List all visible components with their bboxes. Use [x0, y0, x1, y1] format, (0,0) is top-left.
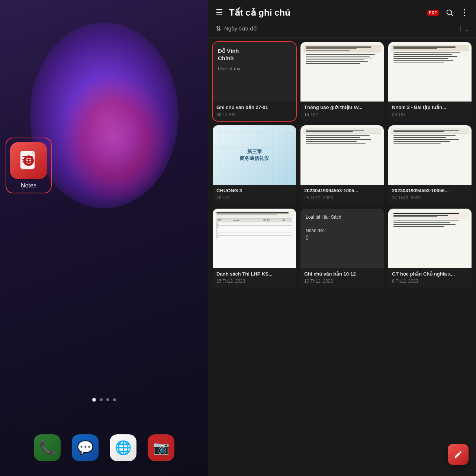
notes-header: ☰ Tất cả ghi chú PDF ⋮: [208, 0, 476, 22]
note-4-name: CHUONG 3: [216, 188, 292, 194]
note-5-thumbnail: [300, 125, 384, 185]
note-1-thumb-title: Đỗ VĩnhChính: [218, 47, 239, 62]
svg-point-5: [26, 160, 28, 161]
page-dots: [0, 398, 208, 402]
svg-point-4: [23, 155, 34, 166]
header-actions: PDF ⋮: [427, 8, 469, 17]
note-6-name: 20230419094553-10056...: [392, 188, 468, 194]
note-card-8[interactable]: Loại tài liệu: Sách Nhan đề: : () Ghi ch…: [300, 209, 384, 287]
note-9-name: GT học phần Chủ nghĩa x...: [392, 271, 468, 277]
note-8-info: Ghi chú văn bản 10-12 10 Th12, 2023: [300, 268, 384, 287]
notes-app-icon-container[interactable]: Notes: [6, 138, 52, 193]
note-9-thumbnail: [388, 209, 472, 268]
dock: 📞 💬 🌐 📷: [0, 434, 208, 461]
notes-grid: Đỗ VĩnhChính One of my Ghi chú văn bản 2…: [208, 38, 476, 476]
note-5-date: 25 Th12, 2023: [304, 195, 380, 200]
notes-title: Tất cả ghi chú: [229, 7, 427, 18]
create-note-fab[interactable]: [448, 444, 469, 465]
dock-camera[interactable]: 📷: [148, 434, 174, 461]
sort-arrow[interactable]: ↓: [465, 25, 469, 33]
svg-line-8: [451, 14, 453, 16]
dot-1: [92, 398, 96, 402]
sort-bar: ⇅ Ngày sửa đổi | ↓: [208, 22, 476, 38]
note-card-1[interactable]: Đỗ VĩnhChính One of my Ghi chú văn bản 2…: [213, 42, 296, 121]
note-1-thumbnail: Đỗ VĩnhChính One of my: [213, 42, 296, 102]
dot-2: [100, 398, 103, 401]
note-7-thumbnail: STT Họ tên Mã SV KQ 1 2 3 4 5: [213, 209, 296, 268]
notes-icon-svg: [17, 149, 40, 172]
dot-3: [106, 398, 109, 401]
note-1-date: 09:11 AM: [216, 112, 292, 117]
note-8-thumbnail: Loại tài liệu: Sách Nhan đề: : (): [300, 209, 384, 268]
note-3-info: Nhóm 2 - Bài tập tuần... 29 Th1: [388, 102, 472, 121]
sort-divider: |: [460, 25, 461, 32]
notes-app-panel: ☰ Tất cả ghi chú PDF ⋮ ⇅ Ngày sửa đổi | …: [208, 0, 476, 476]
pdf-badge: PDF: [427, 10, 439, 16]
search-icon[interactable]: [446, 9, 454, 17]
note-card-4[interactable]: 第三章商务通信礼仪 CHUONG 3 16 Th1: [213, 125, 296, 204]
note-9-info: GT học phần Chủ nghĩa x... 8 Th12, 2023: [388, 268, 472, 287]
dock-messages[interactable]: 💬: [72, 434, 99, 461]
note-card-3[interactable]: Nhóm 2 - Bài tập tuần... 29 Th1: [388, 42, 472, 121]
svg-point-6: [29, 160, 31, 161]
note-card-6[interactable]: 20230419094553-10056... 17 Th12, 2023: [388, 125, 472, 204]
home-screen: Notes 📞 💬 🌐 📷: [0, 0, 208, 476]
sort-label[interactable]: Ngày sửa đổi: [224, 25, 456, 32]
menu-icon[interactable]: ☰: [216, 8, 223, 17]
note-4-info: CHUONG 3 16 Th1: [213, 185, 296, 204]
dot-4: [113, 398, 116, 401]
note-2-info: Thông báo giới thiệu sv... 19 Th2: [300, 102, 384, 121]
note-3-name: Nhóm 2 - Bài tập tuần...: [392, 104, 468, 111]
sort-icon: ⇅: [216, 25, 221, 33]
dock-phone[interactable]: 📞: [34, 434, 61, 461]
notes-app-label: Notes: [21, 182, 36, 189]
note-card-2[interactable]: Thông báo giới thiệu sv... 19 Th2: [300, 42, 384, 121]
note-card-7[interactable]: STT Họ tên Mã SV KQ 1 2 3 4 5 Danh sách …: [213, 209, 296, 287]
edit-icon: [454, 450, 463, 459]
note-card-5[interactable]: 20230419094553-1005... 25 Th12, 2023: [300, 125, 384, 204]
note-card-9[interactable]: GT học phần Chủ nghĩa x... 8 Th12, 2023: [388, 209, 472, 287]
note-7-date: 15 Th12, 2023: [216, 279, 292, 284]
note-7-name: Danh sách Thi LHP KS...: [216, 271, 292, 277]
note-4-thumbnail: 第三章商务通信礼仪: [213, 125, 296, 185]
note-8-date: 10 Th12, 2023: [304, 279, 380, 284]
note-4-date: 16 Th1: [216, 195, 292, 200]
note-9-date: 8 Th12, 2023: [392, 279, 468, 284]
more-icon[interactable]: ⋮: [460, 8, 469, 17]
decorative-text: 第三章商务通信礼仪: [236, 145, 273, 165]
note-3-thumbnail: [388, 42, 472, 102]
notes-icon[interactable]: [10, 142, 47, 179]
dock-chrome[interactable]: 🌐: [110, 434, 136, 461]
note-7-info: Danh sách Thi LHP KS... 15 Th12, 2023: [213, 268, 296, 287]
note-8-name: Ghi chú văn bản 10-12: [304, 271, 380, 277]
note-6-info: 20230419094553-10056... 17 Th12, 2023: [388, 185, 472, 204]
note-1-info: Ghi chú văn bản 27-01 09:11 AM: [213, 102, 296, 121]
note-5-name: 20230419094553-1005...: [304, 188, 380, 194]
note-5-info: 20230419094553-1005... 25 Th12, 2023: [300, 185, 384, 204]
pdf-icon[interactable]: PDF: [427, 10, 439, 16]
note-1-name: Ghi chú văn bản 27-01: [216, 104, 292, 111]
note-6-date: 17 Th12, 2023: [392, 195, 468, 200]
note-1-thumb-preview: One of my: [218, 65, 240, 72]
note-2-date: 19 Th2: [304, 112, 380, 117]
note-6-thumbnail: [388, 125, 472, 185]
note-3-date: 29 Th1: [392, 112, 468, 117]
note-2-thumbnail: [300, 42, 384, 102]
note-2-name: Thông báo giới thiệu sv...: [304, 104, 380, 111]
